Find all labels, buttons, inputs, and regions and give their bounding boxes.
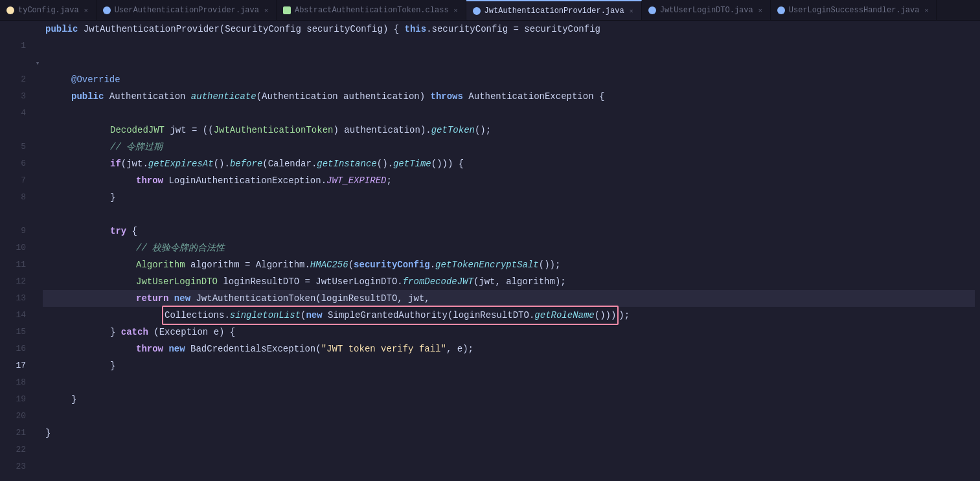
line-num-27: 23 [0,458,26,475]
tab-close[interactable]: ✕ [263,5,269,16]
editor-area: 1 2 3 4 5 6 7 8 9 10 11 12 13 14 15 16 1… [0,21,980,481]
fold-indicator-25 [32,425,43,442]
code-line-jwtuserlogindto: JwtUserLoginDTO loginResultDTO = JwtUser… [43,273,975,290]
code-line-empty2 [43,54,975,71]
tab-close[interactable]: ✕ [628,6,635,16]
line-num-16: 12 [0,273,26,290]
code-line-close-catch: } [43,357,975,374]
fold-indicator-2 [32,38,43,54]
tab-label: tyConfig.java [18,6,79,15]
tab-icon [648,6,656,14]
line-num-6: 4 [0,105,26,122]
line-num-14: 10 [0,240,26,256]
code-line-empty3 [43,105,975,122]
tab-icon [777,6,785,14]
tab-close[interactable]: ✕ [757,5,764,16]
fold-indicator-5 [32,88,43,105]
code-line-if-expires: if(jwt.getExpiresAt().before(Calendar.ge… [43,155,975,172]
code-line-return: return new JwtAuthenticationToken(loginR… [43,290,975,307]
code-line-comment-expire: // 令牌过期 [43,139,975,155]
fold-indicator-22 [32,374,43,391]
code-line-close-if: } [43,189,975,206]
fold-indicator-8 [32,139,43,155]
line-num-25: 21 [0,425,26,442]
fold-indicator-17 [32,290,43,307]
code-line-empty4 [43,206,975,223]
line-num-17: 13 [0,290,26,307]
code-line-catch: } catch (Exception e) { [43,324,975,341]
fold-indicator-24 [32,408,43,425]
code-line-constructor: public JwtAuthenticationProvider(Securit… [43,21,975,38]
tab-icon [283,6,291,14]
fold-indicator-9 [32,155,43,172]
fold-indicator-23 [32,391,43,408]
fold-indicator-14 [32,240,43,256]
fold-indicator-12 [32,206,43,223]
code-line-empty1 [43,38,975,54]
code-line-close-method: } [43,391,975,408]
fold-indicator-15 [32,256,43,273]
tab-label: UserLoginSuccessHandler.java [789,6,920,15]
code-line-throw-jwt-expired: throw LoginAuthenticationException.JWT_E… [43,172,975,189]
tab-close[interactable]: ✕ [453,5,459,16]
fold-indicator-21 [32,357,43,374]
line-num-13: 9 [0,223,26,240]
line-num-24: 20 [0,408,26,425]
line-num-12 [0,206,26,223]
fold-indicator-27 [32,458,43,475]
line-num-1 [0,21,26,38]
code-line-method-sig: public Authentication authenticate(Authe… [43,88,975,105]
tab-label: JwtUserLoginDTO.java [660,6,753,15]
tab-userloginsuccesshandler[interactable]: UserLoginSuccessHandler.java ✕ [771,0,937,20]
fold-indicator-20 [32,341,43,357]
code-line-empty5 [43,374,975,391]
fold-indicator-11 [32,189,43,206]
tab-label: AbstractAuthenticationToken.class [295,6,449,15]
tab-label: JwtAuthenticationProvider.java [484,6,624,16]
line-num-5: 3 [0,88,26,105]
code-line-collections: Collections.singletonList(new SimpleGran… [43,307,975,324]
tab-tyconfig[interactable]: tyConfig.java ✕ [0,0,97,20]
code-line-override: @Override [43,71,975,88]
tab-abstractauthtoken[interactable]: AbstractAuthenticationToken.class ✕ [277,0,466,20]
fold-indicator-16 [32,273,43,290]
fold-indicator-18 [32,307,43,324]
line-num-22: 18 [0,374,26,391]
tab-label: UserAuthenticationProvider.java [115,6,259,15]
tab-jwtauthprovider[interactable]: JwtAuthenticationProvider.java ✕ [466,0,642,20]
line-num-18: 14 [0,307,26,324]
line-num-21: 17 [0,357,26,374]
fold-indicator-26 [32,442,43,458]
tab-icon [103,6,111,14]
fold-indicator-19 [32,324,43,341]
tab-jwtuserlogindto[interactable]: JwtUserLoginDTO.java ✕ [642,0,771,20]
code-line-decodedjwt: DecodedJWT jwt = ((JwtAuthenticationToke… [43,122,975,139]
code-line-empty6 [43,408,975,425]
line-num-15: 11 [0,256,26,273]
tab-icon [6,6,14,14]
line-numbers: 1 2 3 4 5 6 7 8 9 10 11 12 13 14 15 16 1… [0,21,32,481]
fold-column: ▾ [32,21,43,481]
line-num-8: 5 [0,139,26,155]
fold-indicator-3[interactable]: ▾ [32,54,43,71]
tab-close[interactable]: ✕ [923,5,929,16]
fold-indicator-1 [32,21,43,38]
line-num-10: 7 [0,172,26,189]
line-num-9: 6 [0,155,26,172]
fold-indicator-7 [32,122,43,139]
code-content[interactable]: public JwtAuthenticationProvider(Securit… [43,21,980,481]
fold-indicator-6 [32,105,43,122]
line-num-11: 8 [0,189,26,206]
tab-userauthprovider[interactable]: UserAuthenticationProvider.java ✕ [97,0,277,20]
line-num-23: 19 [0,391,26,408]
tab-icon [473,7,481,15]
tab-close[interactable]: ✕ [83,5,89,16]
code-line-close-class: } [43,425,975,442]
line-num-3 [0,54,26,71]
fold-indicator-10 [32,172,43,189]
line-num-4: 2 [0,71,26,88]
fold-indicator-13 [32,223,43,240]
code-line-throw-badcreds: throw new BadCredentialsException("JWT t… [43,341,975,357]
code-line-try: try { [43,223,975,240]
line-num-7 [0,122,26,139]
